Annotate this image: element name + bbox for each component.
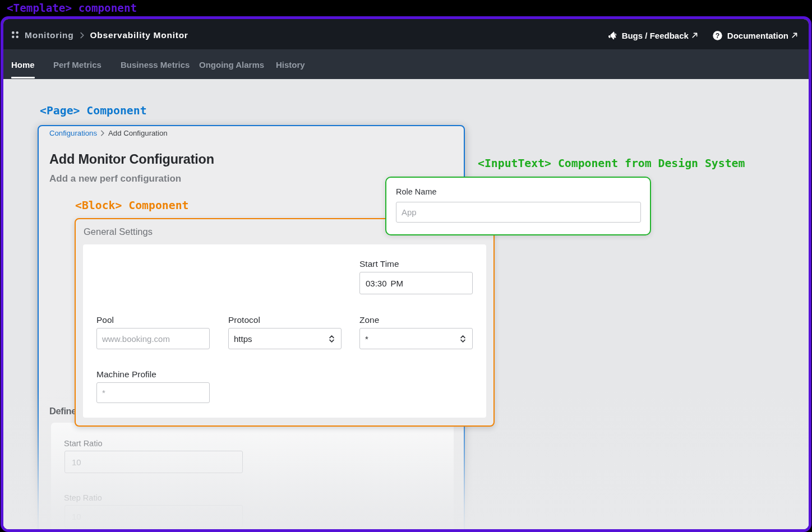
page-title: Add Monitor Configuration [49,152,214,167]
tab-home[interactable]: Home [11,60,35,70]
block-heading: General Settings [84,226,153,237]
active-tab-underline [11,77,35,78]
zone-value: * [365,334,368,344]
tab-ongoing-alarms[interactable]: Ongoing Alarms [199,60,264,70]
start-time-meridiem: PM [391,279,404,288]
role-name-inputbox[interactable] [396,202,641,223]
pool-label: Pool [96,315,114,325]
protocol-select[interactable]: https [228,328,342,349]
product-name[interactable]: Monitoring [25,30,74,40]
app-header: Monitoring Observability Monitor [3,19,809,49]
block-component-box: General Settings Start Time 03:30 PM Poo… [75,218,495,427]
zone-select[interactable]: * [359,328,473,349]
protocol-value: https [234,334,252,344]
protocol-label: Protocol [228,315,260,325]
start-time-input[interactable]: 03:30 PM [359,272,473,294]
documentation-link[interactable]: ? Documentation [713,31,798,40]
template-annotation-label: <Template> component [7,2,137,15]
external-link-icon [691,32,698,39]
tab-business-metrics[interactable]: Business Metrics [121,60,190,70]
tab-bar: Home Perf Metrics Business Metrics Ongoi… [3,49,809,79]
pool-inputbox [96,328,210,349]
machine-profile-input[interactable] [97,383,209,403]
page-name: Observability Monitor [90,30,188,40]
question-mark-glyph: ? [716,31,720,39]
breadcrumb-chevron-icon [80,32,85,39]
start-time-label: Start Time [359,259,399,269]
machine-profile-inputbox [96,382,210,403]
bugs-feedback-link[interactable]: Bugs / Feedback [608,31,698,40]
block-annotation-label: <Block> Component [75,199,188,212]
tab-perf-metrics[interactable]: Perf Metrics [53,60,101,70]
help-circle-icon: ? [713,31,722,40]
stage: <Template> component Monitoring Observab… [0,0,812,532]
tab-history[interactable]: History [276,60,305,70]
breadcrumb-configurations-link[interactable]: Configurations [49,129,97,137]
documentation-label: Documentation [727,31,788,40]
page-annotation-label: <Page> Component [40,104,147,117]
app-switcher-icon[interactable] [12,31,19,38]
select-chevrons-icon [460,335,465,343]
page-content: <Page> Component Configurations Add Conf… [3,79,809,529]
inputtext-annotation-label: <InputText> Component from Design System [478,157,745,170]
role-name-input[interactable] [396,202,640,222]
breadcrumb-current: Add Configuration [108,129,168,137]
machine-profile-label: Machine Profile [96,369,156,380]
page-subtitle: Add a new perf configuration [49,173,181,184]
megaphone-icon [608,31,617,40]
select-chevrons-icon [329,335,334,343]
role-name-label: Role Name [396,187,437,196]
start-time-value: 03:30 [360,279,387,288]
header-breadcrumb: Monitoring Observability Monitor [25,30,188,41]
page-breadcrumb: Configurations Add Configuration [49,127,168,138]
general-settings-card: Start Time 03:30 PM Pool [83,244,486,418]
pool-input[interactable] [97,329,209,349]
breadcrumb-chevron-icon [100,130,105,136]
app-window: Monitoring Observability Monitor [1,16,811,532]
bugs-feedback-label: Bugs / Feedback [622,31,689,40]
inputtext-component-box: Role Name [385,177,651,235]
external-link-icon [791,32,798,39]
zone-label: Zone [359,315,379,325]
